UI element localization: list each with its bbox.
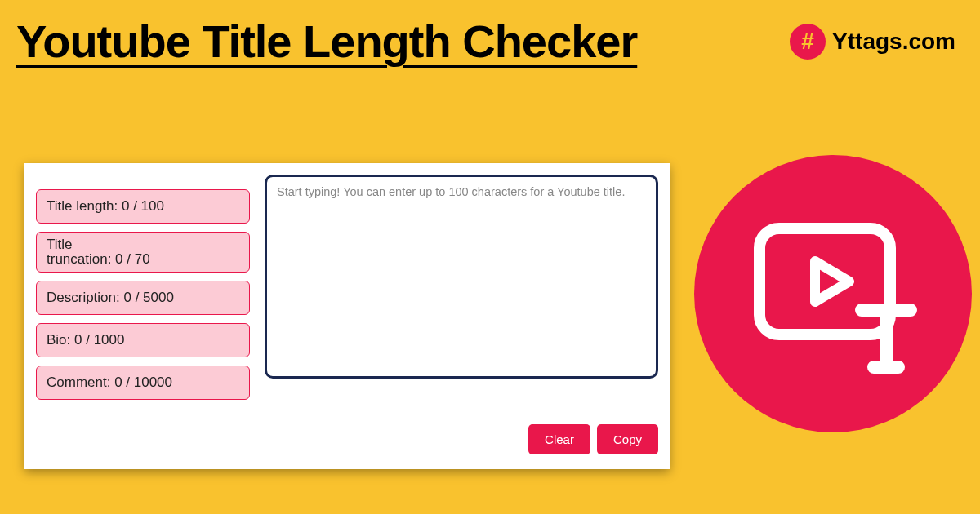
counter-description: Description: 0 / 5000 bbox=[36, 281, 250, 315]
header: Youtube Title Length Checker # Yttags.co… bbox=[0, 0, 980, 68]
counter-bio: Bio: 0 / 1000 bbox=[36, 323, 250, 357]
logo-circle bbox=[694, 155, 972, 432]
copy-button[interactable]: Copy bbox=[597, 424, 658, 454]
counter-comment: Comment: 0 / 10000 bbox=[36, 366, 250, 400]
counter-title-length: Title length: 0 / 100 bbox=[36, 189, 250, 224]
svg-rect-0 bbox=[760, 228, 890, 335]
counter-title-truncation: Title truncation: 0 / 70 bbox=[36, 232, 250, 273]
tool-card: Title length: 0 / 100 Title truncation: … bbox=[24, 163, 670, 469]
counter-title-truncation-line2: truncation: 0 / 70 bbox=[47, 251, 150, 267]
counters-column: Title length: 0 / 100 Title truncation: … bbox=[36, 175, 250, 400]
buttons-row: Clear Copy bbox=[36, 424, 658, 454]
counter-title-truncation-line1: Title bbox=[47, 237, 73, 252]
clear-button[interactable]: Clear bbox=[528, 424, 590, 454]
input-area bbox=[265, 175, 658, 400]
page-title: Youtube Title Length Checker bbox=[16, 15, 637, 68]
video-title-icon bbox=[743, 204, 923, 383]
title-input[interactable] bbox=[265, 175, 658, 379]
hashtag-icon: # bbox=[790, 24, 826, 60]
brand-text: Yttags.com bbox=[832, 29, 956, 55]
brand: # Yttags.com bbox=[790, 24, 956, 60]
